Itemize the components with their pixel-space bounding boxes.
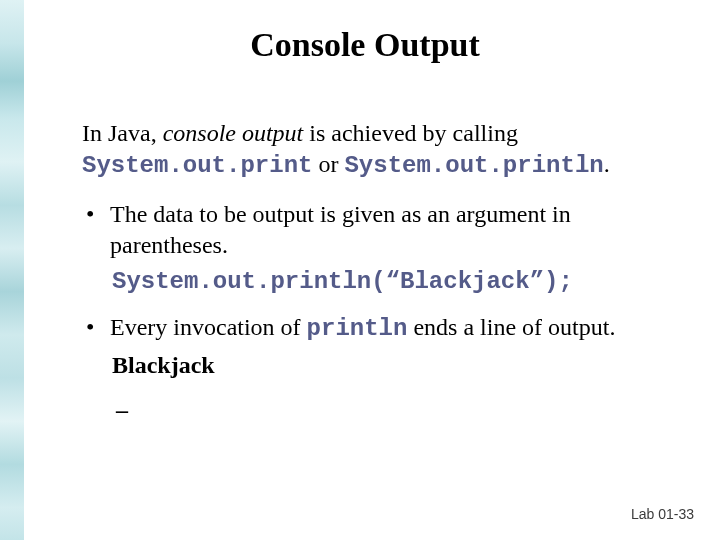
slide-body: Console Output In Java, console output i… (0, 0, 720, 540)
intro-or: or (312, 151, 344, 177)
intro-code-print: System.out.print (82, 152, 312, 179)
bullet-pre: Every invocation of (110, 314, 307, 340)
bullet-post: ends a line of output. (407, 314, 615, 340)
intro-italic: console output (163, 120, 304, 146)
intro-paragraph: In Java, console output is achieved by c… (82, 118, 670, 181)
console-cursor: _ (116, 387, 670, 418)
list-item: The data to be output is given as an arg… (82, 199, 670, 297)
intro-lead: In Java, (82, 120, 163, 146)
slide-title: Console Output (60, 26, 670, 64)
intro-period: . (604, 151, 610, 177)
intro-code-println: System.out.println (344, 152, 603, 179)
intro-tail: is achieved by calling (303, 120, 518, 146)
bullet-code-inline: println (307, 315, 408, 342)
bullet-list: The data to be output is given as an arg… (82, 199, 670, 417)
bullet-text: The data to be output is given as an arg… (110, 201, 571, 258)
console-output-line: Blackjack (112, 350, 670, 381)
slide-footer: Lab 01-33 (631, 506, 694, 522)
bullet-code-example: System.out.println(“Blackjack”); (112, 267, 670, 298)
list-item: Every invocation of println ends a line … (82, 312, 670, 418)
